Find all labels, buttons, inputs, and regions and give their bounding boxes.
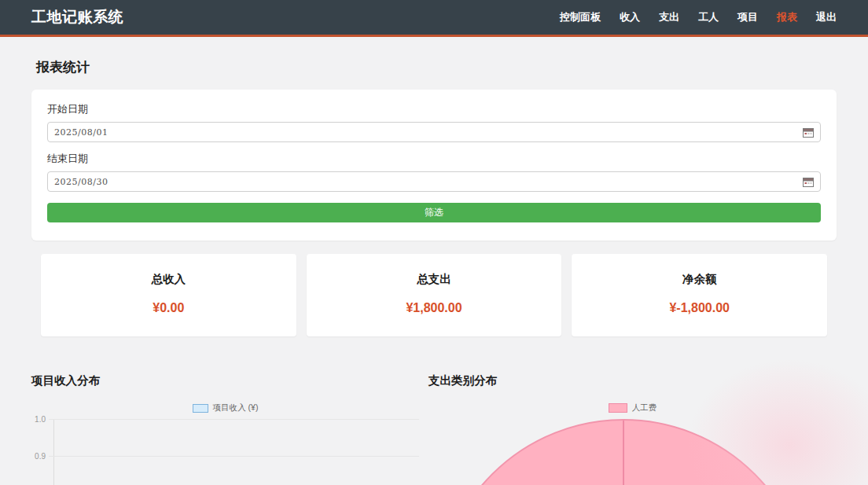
legend-swatch-icon [193,404,208,413]
start-date-value: 2025/08/01 [54,127,108,138]
charts-section: 项目收入分布 项目收入 (¥) 1.0 0.9 0.8 支出类别分布 人工费 [31,373,837,485]
pie-chart-plot [428,413,837,485]
card-value: ¥-1,800.00 [572,301,827,315]
end-date-label: 结束日期 [47,152,821,166]
y-tick: 0.9 [31,452,46,461]
end-date-input[interactable]: 2025/08/30 [47,171,821,192]
gridline [49,456,419,457]
card-value: ¥1,800.00 [307,301,562,315]
end-date-value: 2025/08/30 [54,177,108,187]
pie-slice-labor-cost [437,419,810,485]
expense-category-chart: 支出类别分布 人工费 [428,373,837,485]
app-title: 工地记账系统 [31,7,123,28]
income-distribution-chart: 项目收入分布 项目收入 (¥) 1.0 0.9 0.8 [31,373,419,485]
page-title: 报表统计 [36,58,832,76]
start-date-input[interactable]: 2025/08/01 [47,122,821,142]
nav-reports[interactable]: 报表 [777,10,797,24]
main-nav: 控制面板 收入 支出 工人 项目 报表 退出 [560,10,837,24]
bar-chart-legend[interactable]: 项目收入 (¥) [31,402,419,413]
filter-button[interactable]: 筛选 [47,203,821,222]
calendar-icon[interactable] [803,127,814,138]
card-value: ¥0.00 [41,301,296,315]
legend-swatch-icon [609,403,627,413]
net-balance-card: 净余额 ¥-1,800.00 [572,254,827,336]
gridline [49,419,419,420]
chart-title: 支出类别分布 [428,373,837,388]
summary-cards: 总收入 ¥0.00 总支出 ¥1,800.00 净余额 ¥-1,800.00 [41,254,827,336]
chart-title: 项目收入分布 [31,373,419,388]
card-title: 净余额 [572,272,827,287]
navbar: 工地记账系统 控制面板 收入 支出 工人 项目 报表 退出 [0,0,868,37]
main-content: 报表统计 开始日期 2025/08/01 结束日期 2025/08/30 筛选 … [0,58,868,485]
nav-projects[interactable]: 项目 [737,10,758,24]
card-title: 总收入 [41,272,296,287]
y-axis-line [53,419,54,485]
filter-panel: 开始日期 2025/08/01 结束日期 2025/08/30 筛选 [31,90,837,241]
start-date-label: 开始日期 [47,102,821,116]
nav-dashboard[interactable]: 控制面板 [560,10,601,24]
nav-workers[interactable]: 工人 [698,10,719,24]
total-expense-card: 总支出 ¥1,800.00 [307,254,562,336]
pie-chart-legend[interactable]: 人工费 [428,402,837,413]
bar-chart-plot: 1.0 0.9 0.8 [31,416,419,485]
nav-logout[interactable]: 退出 [816,10,837,24]
calendar-icon[interactable] [803,177,814,187]
y-tick: 1.0 [31,415,46,424]
card-title: 总支出 [307,272,562,287]
pie-slice-seam [623,421,624,485]
legend-label: 人工费 [632,402,657,413]
total-income-card: 总收入 ¥0.00 [41,254,296,336]
legend-label: 项目收入 (¥) [213,402,259,413]
nav-expense[interactable]: 支出 [659,10,679,24]
nav-income[interactable]: 收入 [620,10,640,24]
